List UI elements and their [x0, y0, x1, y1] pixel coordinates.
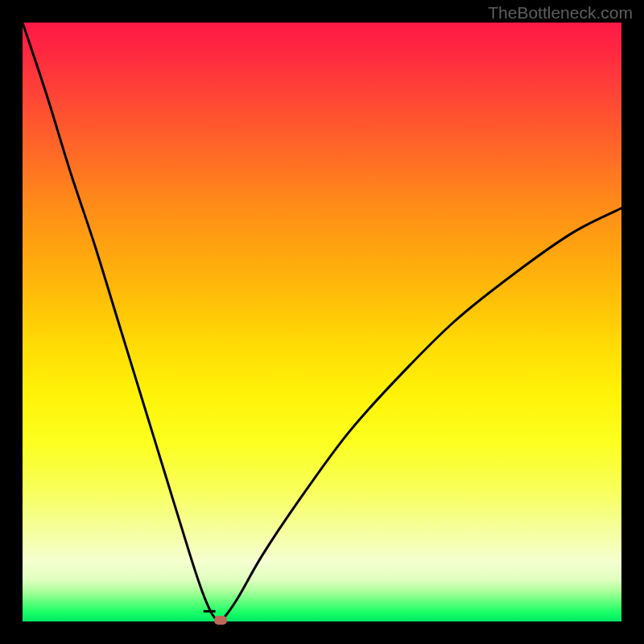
minimum-marker — [214, 616, 227, 625]
bottleneck-curve-svg — [23, 23, 621, 621]
bottleneck-curve — [23, 23, 621, 621]
chart-plot-area — [23, 23, 621, 621]
watermark-text: TheBottleneck.com — [488, 3, 633, 23]
